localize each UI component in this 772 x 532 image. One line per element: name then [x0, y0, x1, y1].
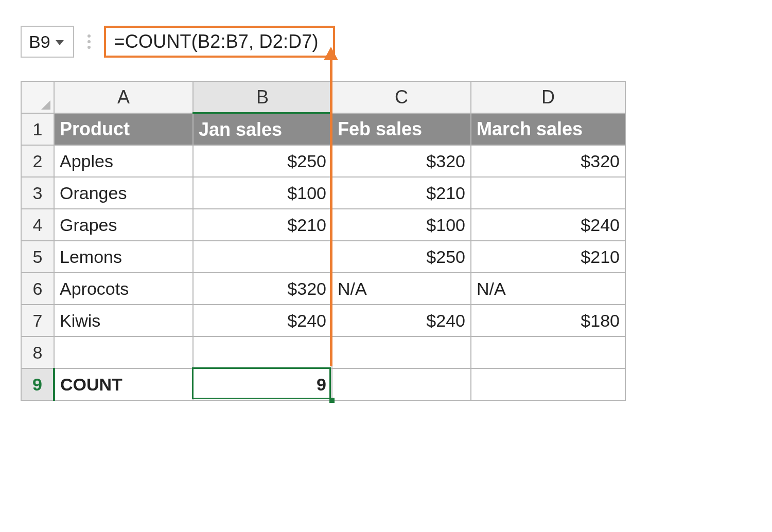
cell-b3[interactable]: $100 — [193, 177, 332, 209]
cell-c9[interactable] — [332, 368, 471, 400]
row-header-2[interactable]: 2 — [21, 145, 54, 177]
cell-a8[interactable] — [54, 336, 193, 368]
spreadsheet: A B C D 1 Product Jan sales Feb sales Ma… — [21, 81, 628, 401]
cell-a7[interactable]: Kiwis — [54, 305, 193, 336]
row-header-3[interactable]: 3 — [21, 177, 54, 209]
cell-a3[interactable]: Oranges — [54, 177, 193, 209]
formula-bar[interactable]: =COUNT(B2:B7, D2:D7) — [104, 26, 335, 58]
cell-c3[interactable]: $210 — [332, 177, 471, 209]
cell-c6[interactable]: N/A — [332, 273, 471, 305]
cell-b2[interactable]: $250 — [193, 145, 332, 177]
cell-d5[interactable]: $210 — [471, 241, 625, 273]
select-all-cell[interactable] — [21, 81, 54, 113]
cell-d1[interactable]: March sales — [471, 113, 625, 145]
cell-b5[interactable] — [193, 241, 332, 273]
col-header-d[interactable]: D — [471, 81, 625, 113]
cell-d8[interactable] — [471, 336, 625, 368]
cell-d6[interactable]: N/A — [471, 273, 625, 305]
cell-c7[interactable]: $240 — [332, 305, 471, 336]
row-header-6[interactable]: 6 — [21, 273, 54, 305]
cell-b6[interactable]: $320 — [193, 273, 332, 305]
cell-b4[interactable]: $210 — [193, 209, 332, 241]
name-box-value: B9 — [29, 32, 50, 52]
cell-b7[interactable]: $240 — [193, 305, 332, 336]
cell-a9[interactable]: COUNT — [54, 368, 193, 400]
col-header-c[interactable]: C — [332, 81, 471, 113]
cell-c8[interactable] — [332, 336, 471, 368]
cell-c2[interactable]: $320 — [332, 145, 471, 177]
col-header-b[interactable]: B — [193, 81, 332, 113]
row-header-5[interactable]: 5 — [21, 241, 54, 273]
cell-d7[interactable]: $180 — [471, 305, 625, 336]
cell-c4[interactable]: $100 — [332, 209, 471, 241]
cell-a6[interactable]: Aprocots — [54, 273, 193, 305]
formula-bar-value: =COUNT(B2:B7, D2:D7) — [114, 31, 319, 52]
cell-d2[interactable]: $320 — [471, 145, 625, 177]
name-box[interactable]: B9 — [21, 26, 74, 58]
cell-c1[interactable]: Feb sales — [332, 113, 471, 145]
cell-d9[interactable] — [471, 368, 625, 400]
row-header-4[interactable]: 4 — [21, 209, 54, 241]
cell-d3[interactable] — [471, 177, 625, 209]
grid-table: A B C D 1 Product Jan sales Feb sales Ma… — [21, 81, 626, 401]
separator-dots-icon — [85, 26, 93, 58]
cell-d4[interactable]: $240 — [471, 209, 625, 241]
cell-a5[interactable]: Lemons — [54, 241, 193, 273]
cell-b1[interactable]: Jan sales — [193, 113, 332, 145]
row-header-1[interactable]: 1 — [21, 113, 54, 145]
cell-c5[interactable]: $250 — [332, 241, 471, 273]
cell-a4[interactable]: Grapes — [54, 209, 193, 241]
row-header-8[interactable]: 8 — [21, 336, 54, 368]
cell-a2[interactable]: Apples — [54, 145, 193, 177]
caret-down-icon — [56, 40, 64, 45]
cell-a1[interactable]: Product — [54, 113, 193, 145]
cell-b8[interactable] — [193, 336, 332, 368]
row-header-7[interactable]: 7 — [21, 305, 54, 336]
row-header-9[interactable]: 9 — [21, 368, 54, 400]
col-header-a[interactable]: A — [54, 81, 193, 113]
cell-b9[interactable]: 9 — [193, 368, 332, 400]
